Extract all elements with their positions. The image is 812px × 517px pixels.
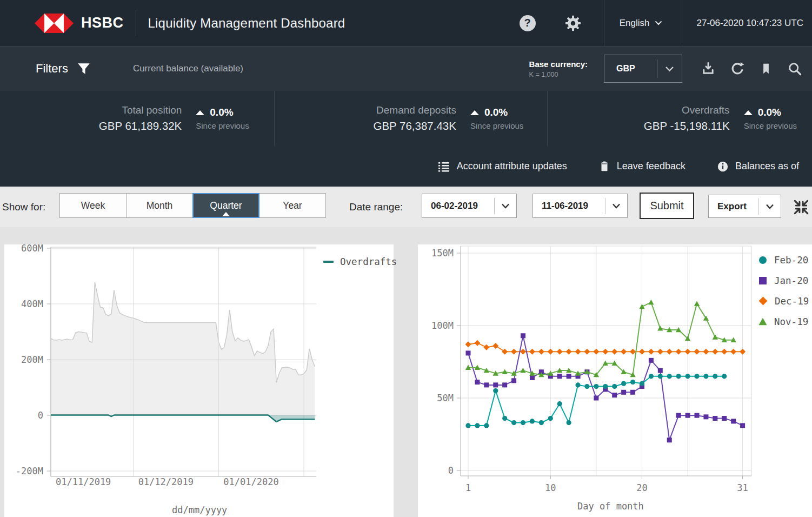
current-datetime: 27-06-2020 10:47:23 UTC [696, 18, 803, 29]
show-for-label: Show for: [2, 201, 45, 213]
kpi-value: GBP 76,387.43K [373, 120, 456, 132]
legend-item-jan-20[interactable]: Jan-20 [758, 275, 809, 286]
chevron-down-icon [612, 203, 621, 209]
gear-icon[interactable] [564, 14, 582, 32]
kpi-label: Demand deposits [373, 104, 456, 116]
header-divider [682, 0, 682, 46]
base-currency-note: K = 1,000 [529, 71, 588, 78]
kpi-label: Overdrafts [644, 104, 730, 116]
delta-up-icon [470, 110, 479, 115]
kpi-delta-value: 0.0% [210, 107, 233, 118]
filters-bar: Filters Current balance (available) Base… [0, 46, 812, 91]
page-title: Liquidity Management Dashboard [148, 16, 345, 31]
language-dropdown[interactable]: English [620, 18, 663, 29]
legend-item-feb-20[interactable]: Feb-20 [758, 254, 809, 266]
brand-name: HSBC [81, 15, 124, 31]
delta-up-icon [744, 110, 753, 115]
export-label: Export [717, 201, 758, 212]
triangle-marker-icon [758, 318, 767, 325]
svg-text:01/01/2020: 01/01/2020 [223, 476, 278, 487]
diamond-marker-icon [759, 297, 768, 306]
date-to-value: 11-06-2019 [542, 201, 605, 211]
x-axis-title: dd/mm/yyyy [172, 505, 227, 515]
period-quarter-button[interactable]: Quarter [192, 193, 259, 218]
svg-text:150M: 150M [431, 248, 454, 258]
date-from-dropdown[interactable]: 06-02-2019 [422, 194, 517, 218]
export-dropdown[interactable]: Export [708, 195, 781, 218]
date-range-label: Date range: [349, 201, 403, 213]
legend-label: Dec-19 [775, 296, 809, 307]
chevron-down-icon [655, 21, 662, 25]
header-divider [604, 0, 604, 46]
chevron-down-icon [766, 204, 774, 209]
kpi-delta-note: Since previous [196, 121, 249, 130]
legend-item-overdrafts[interactable]: Overdrafts [323, 256, 397, 267]
base-currency-dropdown[interactable]: GBP [604, 55, 682, 83]
leave-feedback-link[interactable]: Leave feedback [598, 160, 685, 173]
download-icon[interactable] [701, 61, 716, 76]
funnel-icon[interactable] [77, 62, 91, 76]
kpi-delta-note: Since previous [744, 121, 797, 130]
chevron-down-icon [501, 203, 510, 209]
account-attribute-updates-link[interactable]: Account attribute updates [437, 160, 567, 173]
list-icon [437, 160, 450, 173]
kpi-value: GBP 61,189.32K [99, 120, 182, 132]
chevron-down-icon [665, 66, 674, 72]
link-label: Balances as of [735, 161, 799, 172]
bookmark-icon[interactable] [759, 62, 773, 76]
kpi-label: Total position [99, 104, 182, 116]
info-icon [717, 161, 729, 173]
svg-text:-200M: -200M [16, 466, 43, 476]
x-axis-title: Day of month [577, 501, 644, 512]
kpi-total-position: Total position GBP 61,189.32K 0.0% Since… [0, 91, 274, 146]
kpi-strip: Total position GBP 61,189.32K 0.0% Since… [0, 91, 812, 146]
chart-toolbar: Show for: Week Month Quarter Year Date r… [0, 187, 812, 227]
refresh-icon[interactable] [730, 61, 745, 76]
overdrafts-area-chart[interactable]: 600M400M200M0-200M01/11/201901/12/201901… [4, 244, 394, 517]
day-of-month-chart-card: 150M100M50M01102031 Feb-20 Jan-20 Dec-19… [418, 244, 812, 517]
selected-caret-icon [222, 212, 230, 216]
liquidity-dashboard: HSBC Liquidity Management Dashboard ? En… [0, 0, 812, 517]
monthly-comparison-line-chart[interactable]: 150M100M50M01102031 [418, 244, 812, 517]
base-currency-block: Base currency: K = 1,000 [529, 59, 588, 78]
period-week-button[interactable]: Week [59, 193, 127, 218]
kpi-delta-note: Since previous [470, 121, 523, 130]
submit-button[interactable]: Submit [640, 193, 694, 219]
svg-text:01/12/2019: 01/12/2019 [138, 476, 194, 487]
period-year-button[interactable]: Year [259, 193, 326, 218]
date-from-value: 06-02-2019 [431, 201, 494, 211]
link-label: Account attribute updates [457, 161, 567, 172]
clipboard-icon [598, 160, 610, 173]
legend-item-nov-19[interactable]: Nov-19 [758, 316, 809, 327]
overdrafts-line-swatch [323, 261, 334, 263]
help-icon[interactable]: ? [520, 15, 536, 31]
kpi-value: GBP -15,198.11K [644, 120, 730, 132]
selected-metric-label: Current balance (available) [133, 63, 243, 74]
svg-text:200M: 200M [21, 354, 43, 365]
kpi-demand-deposits: Demand deposits GBP 76,387.43K 0.0% Sinc… [274, 91, 548, 146]
collapse-icon[interactable] [793, 198, 810, 216]
svg-text:0: 0 [448, 465, 454, 476]
svg-text:1: 1 [465, 482, 471, 493]
date-to-dropdown[interactable]: 11-06-2019 [533, 194, 628, 218]
filters-button[interactable]: Filters [36, 62, 68, 76]
svg-text:100M: 100M [431, 320, 454, 331]
balances-as-of-link[interactable]: Balances as of [717, 161, 799, 173]
kpi-overdrafts: Overdrafts GBP -15,198.11K 0.0% Since pr… [547, 91, 812, 146]
period-segmented-control: Week Month Quarter Year [59, 193, 326, 218]
svg-text:400M: 400M [21, 299, 43, 309]
search-icon[interactable] [787, 61, 802, 76]
period-month-button[interactable]: Month [126, 193, 193, 218]
legend-item-dec-19[interactable]: Dec-19 [758, 295, 809, 307]
svg-text:20: 20 [636, 482, 647, 493]
base-currency-label: Base currency: [529, 59, 588, 69]
legend-label: Overdrafts [340, 256, 397, 267]
svg-text:01/11/2019: 01/11/2019 [56, 476, 111, 487]
top-bar: HSBC Liquidity Management Dashboard ? En… [0, 0, 812, 46]
square-marker-icon [759, 277, 767, 284]
svg-text:31: 31 [737, 482, 748, 493]
header-divider [136, 10, 136, 36]
delta-up-icon [196, 110, 204, 115]
period-label: Quarter [210, 200, 242, 211]
chart-legend: Feb-20 Jan-20 Dec-19 Nov-19 [758, 254, 809, 327]
